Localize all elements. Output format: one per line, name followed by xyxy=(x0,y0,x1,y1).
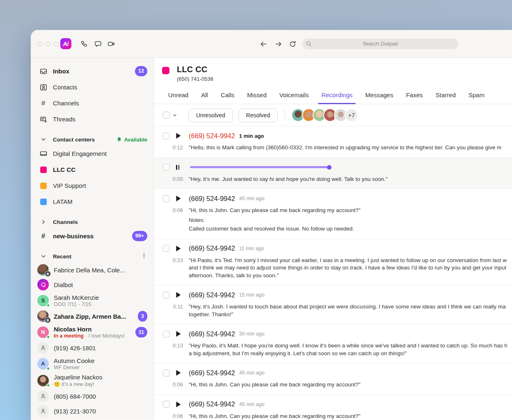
sidebar-item-channels[interactable]: # Channels xyxy=(31,95,153,111)
sidebar-item-digital-engagement[interactable]: Digital Engagement xyxy=(31,146,153,162)
tab-spam[interactable]: Spam xyxy=(469,91,485,104)
play-icon[interactable] xyxy=(176,245,182,252)
agent-avatar-group[interactable]: +7 xyxy=(291,108,358,122)
recent-item-phone-919[interactable]: (919) 426-1801 xyxy=(31,340,153,355)
caller-number[interactable]: (669) 524-9942 xyxy=(189,244,235,252)
recent-item-jaqueline[interactable]: Jaqueline Nackos 🙂 It's a new day! xyxy=(31,372,153,389)
recording-row[interactable]: (669) 524-9942 45 min ago 0:06 "Hi, this… xyxy=(154,395,512,420)
recent-item-phone-913[interactable]: (913) 221-3070 xyxy=(31,404,153,418)
availability-label: Available xyxy=(124,137,147,143)
recording-row[interactable]: (669) 524-9942 1 min ago 0:12 "Hello, th… xyxy=(154,126,512,158)
phone-icon[interactable] xyxy=(80,40,88,48)
transcript-text: "Hi, this is John. Can you please call m… xyxy=(189,381,512,389)
tab-faxes[interactable]: Faxes xyxy=(406,91,423,104)
caller-number[interactable]: (669) 524-9942 xyxy=(189,330,235,338)
recent-item-nicolas[interactable]: N Nicolas Horn In a meeting·I love Monda… xyxy=(31,324,153,340)
playback-progress-bar[interactable] xyxy=(190,166,330,168)
resolved-filter-button[interactable]: Resolved xyxy=(238,108,278,122)
forward-icon[interactable] xyxy=(274,40,282,48)
tab-starred[interactable]: Starred xyxy=(436,91,456,104)
recording-duration: 0:05 xyxy=(163,176,183,183)
recording-row[interactable]: (669) 524-9942 45 min ago 0:06 "Hi, this… xyxy=(154,363,512,395)
caller-number[interactable]: (669) 524-9942 xyxy=(189,400,235,408)
close-window-button[interactable] xyxy=(37,42,42,46)
chevron-down-icon[interactable] xyxy=(172,112,178,118)
recording-duration: 0:12 xyxy=(163,144,183,152)
recording-row[interactable]: (669) 524-9942 11 min ago 0:23 "Hi Paolo… xyxy=(154,239,512,286)
sidebar-item-latam[interactable]: LATAM xyxy=(31,194,153,210)
zoom-window-button[interactable] xyxy=(54,42,58,46)
tab-all[interactable]: All xyxy=(201,91,208,104)
recent-item-sarah[interactable]: S Sarah McKenzie OOO 7/11 - 7/15 xyxy=(31,292,153,309)
sidebar-item-new-business[interactable]: # new-business 99+ xyxy=(31,228,153,244)
unresolved-filter-button[interactable]: Unresolved xyxy=(188,108,233,122)
select-all-checkbox[interactable] xyxy=(163,112,170,119)
play-icon[interactable] xyxy=(176,195,182,202)
transcript-text: "Hey Paolo, it's Matt. I hope you're doi… xyxy=(189,342,512,350)
search-input[interactable]: Search Dialpad xyxy=(302,39,458,49)
recording-time: 45 min ago xyxy=(239,370,265,376)
recent-item-name: Jaqueline Nackos xyxy=(54,374,102,381)
row-checkbox[interactable] xyxy=(163,132,170,139)
caller-number[interactable]: (669) 524-9942 xyxy=(189,369,235,377)
vip-support-color-square xyxy=(39,183,48,189)
caller-number[interactable]: (669) 524-9942 xyxy=(189,291,235,299)
tab-voicemails[interactable]: Voicemails xyxy=(279,91,309,104)
recording-row[interactable]: (669) 524-9942 45 min ago 0:06 "Hi, this… xyxy=(154,189,512,239)
recording-row[interactable]: (669) 524-9942 30 min ago 0:13 "Hey Paol… xyxy=(154,324,512,363)
play-icon[interactable] xyxy=(176,331,182,337)
recent-item-phone-805[interactable]: (805) 684-7000 xyxy=(31,389,153,404)
row-checkbox[interactable] xyxy=(163,195,170,202)
row-checkbox[interactable] xyxy=(163,370,170,377)
sidebar-item-threads[interactable]: Threads xyxy=(31,111,153,127)
threads-icon xyxy=(39,115,48,123)
row-checkbox[interactable] xyxy=(163,401,170,408)
recent-options-icon[interactable] xyxy=(141,252,147,260)
sidebar-item-inbox[interactable]: Inbox 12 xyxy=(31,63,153,79)
recent-item-name: Sarah McKenzie xyxy=(54,294,99,301)
caller-number[interactable]: (669) 524-9942 xyxy=(189,195,235,203)
pause-icon[interactable] xyxy=(176,165,181,170)
recording-row-playing[interactable]: 0:05 "Hey, it's me. Just wanted to say h… xyxy=(154,158,512,189)
recent-item-name: (919) 426-1801 xyxy=(54,345,96,352)
row-checkbox[interactable] xyxy=(163,292,170,299)
channels-header[interactable]: Channels xyxy=(31,216,153,228)
transcript-text: a big adjustment, but I'm really enjoyin… xyxy=(189,350,512,358)
tab-unread[interactable]: Unread xyxy=(168,91,188,104)
sidebar-item-llc-cc[interactable]: LLC CC xyxy=(31,162,153,178)
recent-header[interactable]: Recent xyxy=(31,250,153,262)
row-checkbox[interactable] xyxy=(163,245,170,252)
sidebar-item-contacts[interactable]: Contacts xyxy=(31,79,153,95)
row-checkbox[interactable] xyxy=(163,331,170,338)
playback-scrubber[interactable] xyxy=(327,165,331,169)
minimize-window-button[interactable] xyxy=(46,42,50,46)
agent-overflow-count[interactable]: +7 xyxy=(345,108,358,122)
recording-time: 1 min ago xyxy=(239,133,264,139)
availability-status[interactable]: Available xyxy=(116,137,147,143)
caller-number[interactable]: (669) 524-9942 xyxy=(189,132,235,140)
play-icon[interactable] xyxy=(176,370,182,376)
row-checkbox[interactable] xyxy=(163,164,170,171)
tab-recordings[interactable]: Recordings xyxy=(321,91,352,104)
back-icon[interactable] xyxy=(260,40,267,48)
play-icon[interactable] xyxy=(176,132,182,139)
window-controls[interactable] xyxy=(37,42,58,46)
play-icon[interactable] xyxy=(176,401,182,408)
recent-item-dialbot[interactable]: Dialbot xyxy=(31,277,153,292)
refresh-icon[interactable] xyxy=(289,40,297,48)
play-icon[interactable] xyxy=(176,292,182,298)
recording-row[interactable]: (669) 524-9942 15 min ago 0:11 "Hey, it'… xyxy=(154,285,512,324)
recent-item-zahara[interactable]: 8 Zahara Zipp, Armen Ba... 3 xyxy=(31,309,153,324)
tab-missed[interactable]: Missed xyxy=(247,91,267,104)
recent-item-autumn[interactable]: A Autumn Cooke WF Denver xyxy=(31,355,153,372)
chat-icon[interactable] xyxy=(94,40,102,48)
transcript-text: "Hey, it's me. Just wanted to say hi and… xyxy=(189,176,512,183)
recent-item-fabrice[interactable]: 8 Fabrice Della Mea, Cole... xyxy=(31,262,153,277)
video-icon[interactable] xyxy=(107,40,115,48)
tab-messages[interactable]: Messages xyxy=(365,91,393,104)
unread-badge: 11 xyxy=(135,327,147,338)
contact-centers-header[interactable]: Contact centers Available xyxy=(31,133,153,146)
filter-bar: Unresolved Resolved +7 xyxy=(154,104,512,126)
tab-calls[interactable]: Calls xyxy=(221,91,234,104)
sidebar-item-vip-support[interactable]: VIP Support xyxy=(31,178,153,194)
